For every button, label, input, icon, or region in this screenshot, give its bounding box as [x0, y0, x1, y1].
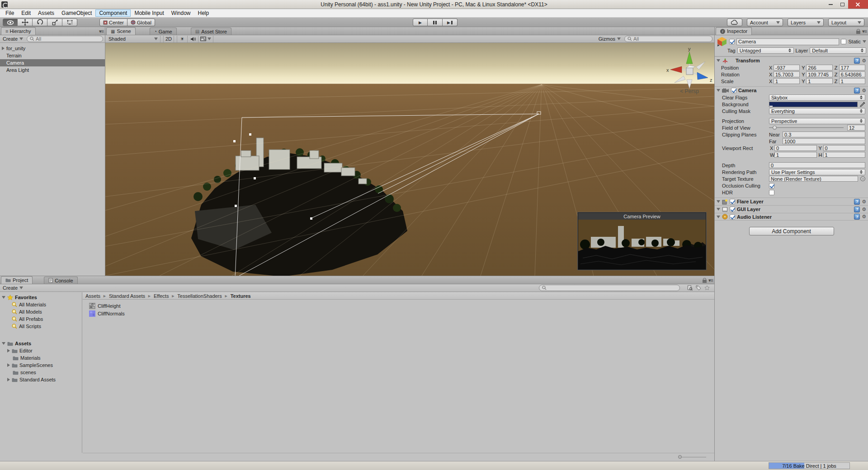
maximize-button[interactable]	[836, 0, 848, 9]
fold-icon[interactable]	[717, 200, 720, 203]
viewport-w-field[interactable]: 1	[774, 152, 817, 158]
tab-asset-store[interactable]: ▤ Asset Store	[191, 28, 231, 35]
clip-far-field[interactable]: 1000	[783, 138, 865, 144]
fold-icon[interactable]	[2, 296, 5, 299]
scene-viewport[interactable]: y x z < Persp Camera Preview	[105, 43, 714, 276]
cloud-button[interactable]	[727, 19, 742, 26]
perspective-toggle[interactable]: < Persp	[669, 88, 710, 94]
expand-icon[interactable]	[7, 349, 10, 352]
shading-mode-dropdown[interactable]: Shaded	[106, 36, 160, 42]
pivot-mode-button[interactable]: Center	[99, 19, 127, 26]
scene-lighting-button[interactable]: ☀	[177, 36, 188, 42]
viewport-y-field[interactable]: 0	[823, 145, 866, 151]
fov-field[interactable]: 12	[847, 125, 865, 131]
expand-icon[interactable]	[2, 47, 5, 50]
fold-icon[interactable]	[717, 208, 720, 211]
favorites-item-all-models[interactable]: All Models	[0, 308, 82, 315]
fold-icon[interactable]	[717, 59, 720, 62]
assets-item-materials[interactable]: Materials	[0, 354, 82, 362]
hierarchy-item-for-unity[interactable]: for_unity	[0, 45, 105, 52]
gameobject-name-field[interactable]: Camera	[736, 38, 839, 45]
gear-icon[interactable]: ⚙	[862, 214, 866, 220]
account-dropdown[interactable]: Account	[747, 19, 783, 26]
fold-icon[interactable]	[717, 216, 720, 218]
lock-icon[interactable]	[856, 31, 860, 34]
breadcrumb-standard-assets[interactable]: Standard Assets	[109, 293, 145, 299]
rendering-path-dropdown[interactable]: Use Player Settings	[769, 169, 865, 175]
layout-dropdown[interactable]: Layout	[828, 19, 864, 26]
menu-assets[interactable]: Assets	[34, 9, 58, 17]
rotate-tool-button[interactable]	[33, 19, 47, 26]
clear-flags-dropdown[interactable]: Skybox	[769, 94, 865, 101]
position-z-field[interactable]: 177	[839, 65, 865, 70]
menu-gameobject[interactable]: GameObject	[58, 9, 95, 17]
expand-icon[interactable]	[7, 378, 10, 381]
fold-icon[interactable]	[2, 342, 5, 345]
scale-x-field[interactable]: 1	[774, 78, 800, 84]
tab-game[interactable]: ◔ Game	[150, 28, 177, 35]
favorites-item-all-materials[interactable]: All Materials	[0, 301, 82, 308]
pause-button[interactable]	[428, 19, 443, 26]
rotation-x-field[interactable]: 15.7003	[774, 71, 800, 77]
favorites-item-all-scripts[interactable]: All Scripts	[0, 323, 82, 330]
depth-field[interactable]: 0	[769, 162, 865, 168]
play-button[interactable]: ▶	[413, 19, 428, 26]
background-color-swatch[interactable]	[769, 102, 858, 107]
flare-layer-header[interactable]: Flare Layer ? ⚙	[715, 197, 868, 205]
project-create-button[interactable]: Create	[2, 285, 24, 291]
fov-slider[interactable]	[769, 125, 844, 131]
position-x-field[interactable]: -937	[774, 65, 800, 70]
breadcrumb-tessellationshaders[interactable]: TessellationShaders	[177, 293, 222, 299]
rect-tool-button[interactable]	[62, 19, 77, 26]
gear-icon[interactable]: ⚙	[862, 199, 866, 205]
hierarchy-create-button[interactable]: Create	[2, 36, 24, 42]
search-by-type-icon[interactable]	[687, 285, 693, 291]
gui-enabled-checkbox[interactable]	[730, 207, 735, 212]
tab-scene[interactable]: ▦ Scene	[106, 27, 136, 35]
scale-tool-button[interactable]	[47, 19, 62, 26]
assets-item-scenes[interactable]: scenes	[0, 369, 82, 376]
assets-root[interactable]: Assets	[0, 340, 82, 347]
asset-cliffnormals[interactable]: CliffNormals	[83, 310, 714, 317]
help-icon[interactable]: ?	[854, 207, 860, 212]
audio-listener-header[interactable]: Audio Listener ? ⚙	[715, 213, 868, 221]
scale-z-field[interactable]: 1	[839, 78, 865, 84]
favorites-item-all-prefabs[interactable]: All Prefabs	[0, 315, 82, 323]
assets-item-editor[interactable]: Editor	[0, 347, 82, 354]
layer-dropdown[interactable]: Default	[810, 47, 866, 54]
static-checkbox[interactable]	[841, 39, 846, 44]
tab-console[interactable]: Console	[44, 277, 77, 284]
scene-search-input[interactable]: All	[624, 36, 712, 42]
help-icon[interactable]: ?	[854, 88, 860, 94]
menu-component[interactable]: Component	[95, 9, 131, 17]
expand-icon[interactable]	[7, 363, 10, 367]
help-icon[interactable]: ?	[854, 199, 860, 205]
scene-audio-button[interactable]	[188, 36, 198, 42]
viewport-h-field[interactable]: 1	[823, 152, 866, 158]
hierarchy-item-terrain[interactable]: Terrain	[0, 52, 105, 59]
active-checkbox[interactable]	[729, 39, 735, 44]
step-button[interactable]: ▶	[443, 19, 458, 26]
static-dropdown-icon[interactable]	[863, 40, 866, 43]
tab-inspector[interactable]: i Inspector	[716, 27, 752, 35]
hdr-checkbox[interactable]	[769, 190, 774, 195]
menu-edit[interactable]: Edit	[18, 9, 34, 17]
breadcrumb-effects[interactable]: Effects	[154, 293, 169, 299]
position-y-field[interactable]: 266	[806, 65, 832, 70]
lock-icon[interactable]	[703, 280, 707, 283]
assets-item-samplescenes[interactable]: SampleScenes	[0, 362, 82, 369]
camera-enabled-checkbox[interactable]	[731, 88, 736, 93]
projection-dropdown[interactable]: Perspective	[769, 118, 865, 124]
hierarchy-search-input[interactable]: All	[27, 36, 103, 42]
toggle-2d-button[interactable]: 2D	[163, 36, 174, 42]
culling-mask-dropdown[interactable]: Everything	[769, 108, 865, 114]
help-icon[interactable]: ?	[854, 58, 860, 64]
menu-window[interactable]: Window	[168, 9, 194, 17]
rotation-z-field[interactable]: 6.543686	[839, 71, 865, 77]
tab-hierarchy[interactable]: ≡ Hierarchy	[1, 27, 36, 35]
camera-component-header[interactable]: Camera ? ⚙	[715, 86, 868, 94]
add-component-button[interactable]: Add Component	[749, 227, 834, 235]
flare-enabled-checkbox[interactable]	[730, 199, 735, 204]
tag-dropdown[interactable]: Untagged	[737, 47, 794, 54]
thumbnail-size-slider[interactable]	[678, 456, 706, 458]
